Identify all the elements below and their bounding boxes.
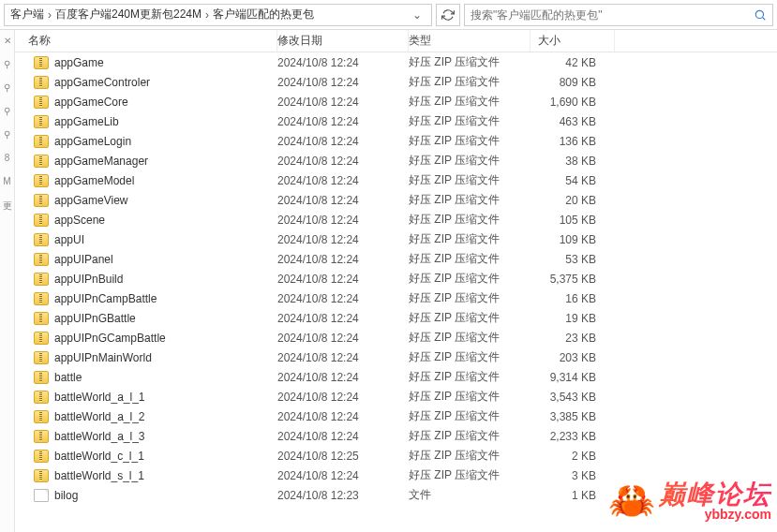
file-row[interactable]: appGameCore2024/10/8 12:24好压 ZIP 压缩文件1,6… xyxy=(15,92,777,111)
file-row[interactable]: battleWorld_a_l_12024/10/8 12:24好压 ZIP 压… xyxy=(15,387,777,406)
file-name: bilog xyxy=(54,489,78,502)
file-size: 53 KB xyxy=(530,253,615,266)
file-size: 463 KB xyxy=(530,115,615,128)
file-name: battleWorld_a_l_2 xyxy=(54,410,145,423)
file-type: 好压 ZIP 压缩文件 xyxy=(409,113,530,129)
file-size: 23 KB xyxy=(530,332,615,345)
file-date: 2024/10/8 12:24 xyxy=(277,214,409,227)
zip-file-icon xyxy=(34,56,49,69)
refresh-button[interactable] xyxy=(436,4,460,26)
file-size: 1,690 KB xyxy=(530,96,615,109)
file-type: 好压 ZIP 压缩文件 xyxy=(409,231,530,247)
file-row[interactable]: appScene2024/10/8 12:24好压 ZIP 压缩文件105 KB xyxy=(15,210,777,229)
zip-file-icon xyxy=(34,155,49,168)
address-toolbar: 客户端 › 百度客户端240M更新包224M › 客户端匹配的热更包 ⌄ xyxy=(0,0,777,30)
strip-pin-icon[interactable]: ⚲ xyxy=(4,59,10,69)
file-date: 2024/10/8 12:24 xyxy=(277,135,409,148)
file-name: appUIPnMainWorld xyxy=(54,351,152,364)
file-row[interactable]: battleWorld_s_l_12024/10/8 12:24好压 ZIP 压… xyxy=(15,466,777,485)
file-type: 好压 ZIP 压缩文件 xyxy=(409,389,530,405)
file-date: 2024/10/8 12:24 xyxy=(277,56,409,69)
file-icon xyxy=(34,489,49,502)
zip-file-icon xyxy=(34,391,49,404)
file-size: 5,375 KB xyxy=(530,273,615,286)
file-row[interactable]: bilog2024/10/8 12:23文件1 KB xyxy=(15,485,777,505)
zip-file-icon xyxy=(34,214,49,227)
column-header-type[interactable]: 类型 xyxy=(409,30,530,52)
breadcrumb-seg[interactable]: 百度客户端240M更新包224M xyxy=(55,7,202,22)
column-header-size[interactable]: 大小 xyxy=(530,30,615,52)
zip-file-icon xyxy=(34,450,49,463)
file-row[interactable]: appGameControler2024/10/8 12:24好压 ZIP 压缩… xyxy=(15,72,777,92)
breadcrumb-seg[interactable]: 客户端匹配的热更包 xyxy=(213,7,314,22)
file-row[interactable]: appGame2024/10/8 12:24好压 ZIP 压缩文件42 KB xyxy=(15,52,777,72)
file-row[interactable]: appUI2024/10/8 12:24好压 ZIP 压缩文件109 KB xyxy=(15,229,777,249)
file-row[interactable]: battleWorld_c_l_12024/10/8 12:25好压 ZIP 压… xyxy=(15,446,777,466)
file-row[interactable]: appUIPanel2024/10/8 12:24好压 ZIP 压缩文件53 K… xyxy=(15,249,777,269)
file-row[interactable]: appUIPnGBattle2024/10/8 12:24好压 ZIP 压缩文件… xyxy=(15,308,777,328)
column-header-date[interactable]: 修改日期 xyxy=(277,30,409,52)
file-size: 19 KB xyxy=(530,312,615,325)
file-type: 好压 ZIP 压缩文件 xyxy=(409,467,530,483)
file-date: 2024/10/8 12:24 xyxy=(277,410,409,423)
file-size: 42 KB xyxy=(530,56,615,69)
column-header-name[interactable]: 名称 xyxy=(15,30,277,52)
file-date: 2024/10/8 12:24 xyxy=(277,371,409,384)
file-type: 好压 ZIP 压缩文件 xyxy=(409,192,530,208)
file-size: 16 KB xyxy=(530,292,615,305)
file-row[interactable]: appGameLogin2024/10/8 12:24好压 ZIP 压缩文件13… xyxy=(15,131,777,151)
zip-file-icon xyxy=(34,273,49,286)
search-icon[interactable] xyxy=(754,8,767,22)
file-type: 好压 ZIP 压缩文件 xyxy=(409,428,530,444)
zip-file-icon xyxy=(34,371,49,384)
breadcrumb-seg[interactable]: 客户端 xyxy=(10,7,44,22)
strip-item[interactable]: M xyxy=(3,176,10,186)
file-row[interactable]: appUIPnMainWorld2024/10/8 12:24好压 ZIP 压缩… xyxy=(15,347,777,367)
file-name: appGameView xyxy=(54,194,128,207)
file-date: 2024/10/8 12:24 xyxy=(277,351,409,364)
file-type: 好压 ZIP 压缩文件 xyxy=(409,212,530,228)
file-date: 2024/10/8 12:24 xyxy=(277,155,409,168)
strip-pin-icon[interactable]: ⚲ xyxy=(4,106,10,116)
file-name: appGameLogin xyxy=(54,135,131,148)
file-type: 好压 ZIP 压缩文件 xyxy=(409,349,530,365)
zip-file-icon xyxy=(34,253,49,266)
file-row[interactable]: appGameView2024/10/8 12:24好压 ZIP 压缩文件20 … xyxy=(15,190,777,210)
file-date: 2024/10/8 12:24 xyxy=(277,96,409,109)
file-size: 3,543 KB xyxy=(530,391,615,404)
file-row[interactable]: appGameLib2024/10/8 12:24好压 ZIP 压缩文件463 … xyxy=(15,111,777,131)
file-row[interactable]: battleWorld_a_l_22024/10/8 12:24好压 ZIP 压… xyxy=(15,406,777,426)
file-date: 2024/10/8 12:25 xyxy=(277,450,409,463)
file-size: 2 KB xyxy=(530,450,615,463)
file-row[interactable]: appGameModel2024/10/8 12:24好压 ZIP 压缩文件54… xyxy=(15,170,777,190)
file-name: appScene xyxy=(54,214,105,227)
chevron-down-icon[interactable]: ⌄ xyxy=(409,8,426,22)
file-date: 2024/10/8 12:24 xyxy=(277,332,409,345)
file-date: 2024/10/8 12:24 xyxy=(277,76,409,89)
file-row[interactable]: appUIPnBuild2024/10/8 12:24好压 ZIP 压缩文件5,… xyxy=(15,269,777,288)
file-row[interactable]: battle2024/10/8 12:24好压 ZIP 压缩文件9,314 KB xyxy=(15,367,777,387)
file-size: 2,233 KB xyxy=(530,430,615,443)
zip-file-icon xyxy=(34,96,49,109)
search-input[interactable] xyxy=(471,8,754,22)
file-name: appUIPnCampBattle xyxy=(54,292,157,305)
file-row[interactable]: appUIPnGCampBattle2024/10/8 12:24好压 ZIP … xyxy=(15,328,777,347)
file-name: appGameControler xyxy=(54,76,150,89)
file-row[interactable]: appUIPnCampBattle2024/10/8 12:24好压 ZIP 压… xyxy=(15,288,777,308)
file-list[interactable]: appGame2024/10/8 12:24好压 ZIP 压缩文件42 KBap… xyxy=(15,52,777,532)
file-date: 2024/10/8 12:24 xyxy=(277,273,409,286)
search-box[interactable] xyxy=(464,4,773,26)
zip-file-icon xyxy=(34,233,49,246)
zip-file-icon xyxy=(34,332,49,345)
breadcrumb[interactable]: 客户端 › 百度客户端240M更新包224M › 客户端匹配的热更包 ⌄ xyxy=(4,4,432,26)
file-name: appGame xyxy=(54,56,104,69)
zip-file-icon xyxy=(34,115,49,128)
strip-pin-icon[interactable]: ⚲ xyxy=(4,82,10,93)
strip-item[interactable]: 8 xyxy=(5,153,10,163)
strip-pin-icon[interactable]: ⚲ xyxy=(4,129,10,140)
file-row[interactable]: appGameManager2024/10/8 12:24好压 ZIP 压缩文件… xyxy=(15,151,777,170)
strip-item[interactable]: 更 xyxy=(3,200,12,213)
strip-item[interactable]: ✕ xyxy=(4,36,11,46)
zip-file-icon xyxy=(34,351,49,364)
file-row[interactable]: battleWorld_a_l_32024/10/8 12:24好压 ZIP 压… xyxy=(15,426,777,446)
